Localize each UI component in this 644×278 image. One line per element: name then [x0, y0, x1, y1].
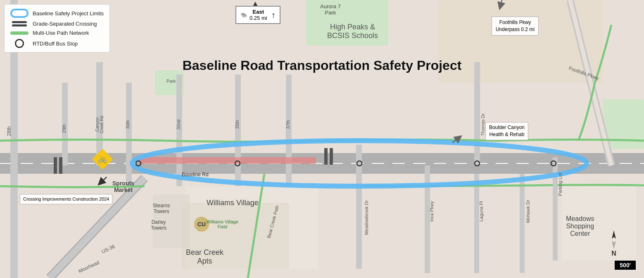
street-canyon-creek: CanyonCreek Rd [95, 116, 104, 133]
north-label: N [611, 250, 616, 257]
street-laguna-pl: Laguna Pl [479, 201, 484, 222]
high-peaks-label: High Peaks &BCSIS Schools [327, 23, 378, 40]
east-direction-sign: 🐃 East 0.25 mi ↑ [235, 6, 280, 24]
legend-label-grade: Grade-Separated Crossing [33, 21, 97, 27]
svg-text:CU: CU [197, 221, 206, 228]
street-mohawk-dr: Mohawk Dr [525, 200, 530, 223]
sprouts-market-label: SproutsMarket [112, 180, 134, 193]
street-30th: 30th [125, 120, 130, 129]
williams-village-label: Williams Village [207, 199, 259, 207]
svg-rect-16 [235, 74, 241, 186]
street-32nd: 32nd [176, 120, 181, 129]
scale-label: 500' [620, 262, 631, 268]
svg-rect-17 [286, 74, 292, 186]
parking-lot-label: Parking Lot [558, 173, 563, 196]
legend-label-baseline: Baseline Safety Project Limits [33, 10, 104, 17]
legend: Baseline Safety Project Limits Grade-Sep… [4, 4, 110, 53]
foothills-callout: Foothills PkwyUnderpass 0.2 mi [492, 17, 539, 36]
williams-village-field-label: Williams VillageField [207, 219, 238, 229]
rtd-stop-icon [10, 39, 29, 48]
baseline-limits-icon [10, 9, 29, 18]
east-direction-label: East [250, 9, 267, 15]
svg-rect-21 [474, 174, 479, 273]
legend-item-rtd: RTD/Buff Bus Stop [10, 39, 104, 48]
street-meadowbrook: Meadowbrook Dr [364, 200, 369, 235]
svg-rect-14 [126, 83, 132, 186]
svg-rect-15 [176, 74, 182, 186]
street-37th: 37th [285, 120, 290, 129]
street-thomas-dr: Thomas Dr [480, 113, 485, 136]
street-35th: 35th [235, 120, 240, 129]
foothills-callout-text: Foothills PkwyUnderpass 0.2 mi [496, 19, 535, 32]
baseline-rd-label: Baseline Rd [182, 172, 209, 177]
legend-label-path: Multi-Use Path Network [33, 30, 89, 36]
bear-creek-apts-label: Bear CreekApts [186, 248, 223, 266]
street-inca-pkwy: Inca Pkwy [429, 201, 434, 222]
svg-marker-48 [612, 230, 616, 239]
stearns-towers-label: StearnsTowers [153, 203, 170, 214]
svg-rect-33 [324, 148, 328, 165]
legend-item-grade: Grade-Separated Crossing [10, 21, 104, 27]
svg-rect-34 [330, 148, 333, 165]
multiuse-path-icon [10, 31, 29, 35]
scale-bar: 500' [615, 261, 636, 270]
svg-marker-49 [612, 241, 616, 249]
darley-towers-label: DarleyTowers [151, 219, 166, 231]
street-29th: 29th [62, 124, 67, 133]
east-distance: 0.25 mi [250, 15, 267, 21]
grade-crossing-icon [10, 21, 29, 26]
legend-item-path: Multi-Use Path Network [10, 30, 104, 36]
svg-rect-18 [474, 62, 480, 165]
svg-rect-31 [54, 157, 57, 174]
svg-rect-22 [520, 174, 525, 273]
svg-text:🚲: 🚲 [98, 154, 107, 163]
park-label: Park [166, 79, 176, 84]
meadows-shopping-label: MeadowsShoppingCenter [566, 215, 594, 237]
east-sign-icon: 🐃 [240, 12, 247, 18]
map-title: Baseline Road Transportation Safety Proj… [183, 58, 462, 73]
street-28th: 28th [6, 126, 12, 136]
crossing-improvements-label: Crossing Improvements Construction 2024 [20, 194, 112, 204]
boulder-canyon-callout: Boulder CanyonHealth & Rehab [485, 122, 528, 140]
aurora-park-label: Aurora 7Park [320, 3, 341, 16]
legend-item-baseline: Baseline Safety Project Limits [10, 9, 104, 18]
legend-label-rtd: RTD/Buff Bus Stop [33, 41, 78, 47]
north-arrow-east: ↑ [271, 10, 276, 20]
crossing-label-text: Crossing Improvements Construction 2024 [23, 197, 109, 201]
map-container: 🚲 CU [0, 0, 644, 278]
svg-rect-29 [138, 157, 316, 164]
boulder-callout-text: Boulder CanyonHealth & Rehab [489, 125, 525, 137]
north-arrow: N [608, 230, 620, 257]
svg-rect-32 [59, 157, 62, 174]
